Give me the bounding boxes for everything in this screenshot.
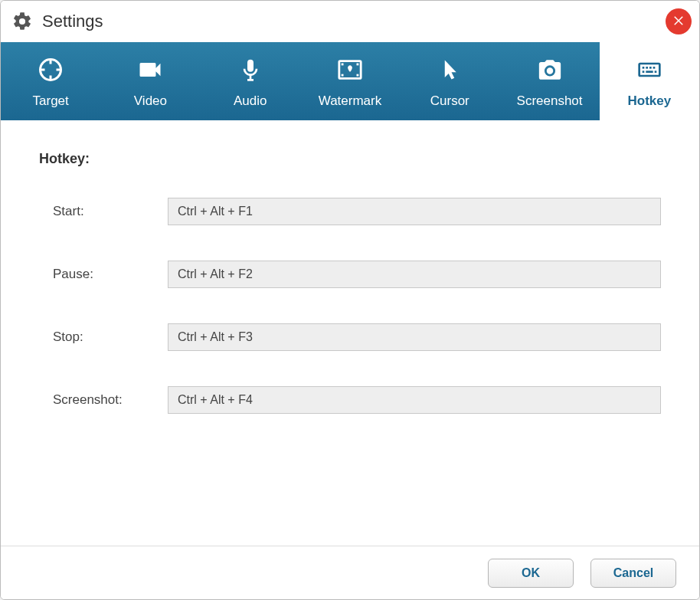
tab-cursor[interactable]: Cursor <box>400 42 499 120</box>
settings-window: Settings Target Video <box>0 0 700 600</box>
tab-audio[interactable]: Audio <box>201 42 300 120</box>
svg-rect-7 <box>646 67 648 69</box>
field-row-pause: Pause: <box>39 261 661 288</box>
svg-rect-9 <box>653 67 655 69</box>
footer: OK Cancel <box>1 546 699 599</box>
svg-rect-4 <box>356 74 358 77</box>
tab-video[interactable]: Video <box>100 42 200 120</box>
tab-label: Hotkey <box>627 93 671 109</box>
tab-label: Screenshot <box>517 93 583 109</box>
gear-icon <box>11 11 33 32</box>
cancel-button[interactable]: Cancel <box>590 559 676 588</box>
svg-rect-11 <box>646 70 653 73</box>
tab-label: Watermark <box>319 93 382 109</box>
tab-watermark[interactable]: Watermark <box>300 42 400 120</box>
camera-icon <box>535 54 565 86</box>
hotkey-screenshot-input[interactable] <box>168 386 661 414</box>
hotkey-pause-input[interactable] <box>168 261 661 288</box>
ok-button[interactable]: OK <box>488 559 574 588</box>
target-icon <box>37 54 64 86</box>
svg-rect-5 <box>639 64 659 76</box>
svg-rect-1 <box>342 64 344 66</box>
titlebar: Settings <box>1 1 699 42</box>
field-row-start: Start: <box>39 198 661 225</box>
watermark-icon <box>335 54 365 86</box>
svg-rect-12 <box>654 70 656 73</box>
field-label: Stop: <box>53 330 168 345</box>
field-label: Start: <box>53 204 168 219</box>
hotkey-stop-input[interactable] <box>168 323 661 351</box>
svg-rect-8 <box>649 67 652 69</box>
tab-hotkey[interactable]: Hotkey <box>600 42 699 120</box>
svg-rect-10 <box>642 70 644 73</box>
window-title: Settings <box>42 11 103 31</box>
microphone-icon <box>238 54 263 86</box>
tab-screenshot[interactable]: Screenshot <box>499 42 599 120</box>
field-row-screenshot: Screenshot: <box>39 386 661 414</box>
hotkey-start-input[interactable] <box>168 198 661 225</box>
tab-label: Audio <box>234 93 267 109</box>
video-camera-icon <box>134 54 166 86</box>
field-label: Pause: <box>53 267 168 282</box>
field-label: Screenshot: <box>53 392 168 408</box>
svg-rect-3 <box>342 74 344 77</box>
tab-label: Cursor <box>430 93 469 109</box>
svg-rect-2 <box>356 64 358 66</box>
field-row-stop: Stop: <box>39 323 661 351</box>
section-header: Hotkey: <box>39 151 661 167</box>
content-panel: Hotkey: Start: Pause: Stop: Screenshot: <box>1 120 699 546</box>
cursor-icon <box>438 54 461 86</box>
svg-rect-6 <box>642 67 644 69</box>
tab-label: Video <box>134 93 167 109</box>
tab-label: Target <box>33 93 69 109</box>
tab-target[interactable]: Target <box>1 42 100 120</box>
close-icon <box>672 13 685 30</box>
keyboard-icon <box>633 54 666 86</box>
tabbar: Target Video Audio <box>1 42 699 120</box>
close-button[interactable] <box>666 8 692 34</box>
